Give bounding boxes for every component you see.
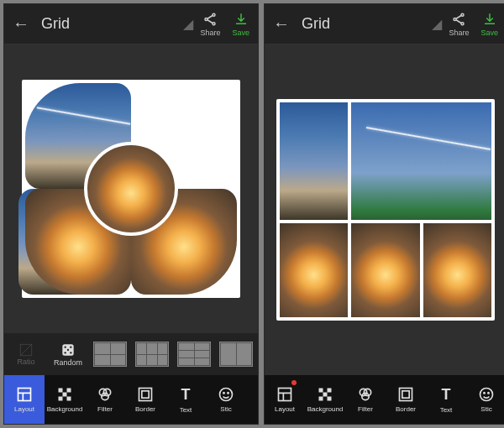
svg-point-39 — [484, 393, 485, 394]
svg-rect-31 — [319, 397, 323, 401]
signal-icon: ◢ — [183, 16, 193, 32]
grid-cell[interactable] — [280, 102, 348, 220]
page-title: Grid — [41, 15, 183, 33]
border-icon — [137, 386, 154, 403]
svg-rect-12 — [67, 389, 71, 393]
svg-point-18 — [102, 393, 108, 399]
svg-rect-37 — [402, 391, 409, 398]
svg-point-9 — [70, 352, 71, 353]
tool-layout[interactable]: Layout — [4, 375, 45, 424]
page-title: Grid — [302, 15, 432, 33]
screenshot-left: ← Grid ◢ Share Save — [3, 3, 259, 425]
layout-template-option[interactable] — [218, 337, 255, 371]
svg-rect-10 — [18, 389, 31, 401]
svg-point-23 — [228, 393, 228, 394]
tool-filter[interactable]: Filter — [345, 375, 386, 424]
collage-canvas[interactable] — [4, 44, 258, 333]
text-icon: T — [442, 386, 451, 404]
svg-point-21 — [220, 389, 233, 401]
svg-rect-11 — [59, 389, 63, 393]
svg-point-8 — [65, 352, 66, 353]
share-icon — [202, 12, 218, 27]
checker-icon — [56, 386, 73, 403]
app-bar: ← Grid ◢ Share Save — [4, 4, 258, 44]
svg-point-24 — [461, 13, 464, 16]
svg-point-0 — [213, 13, 215, 16]
svg-point-40 — [488, 393, 489, 394]
grid-cell[interactable] — [351, 223, 419, 317]
svg-rect-28 — [319, 389, 323, 393]
layout-template-option[interactable] — [176, 337, 213, 371]
random-option[interactable]: Random — [50, 337, 87, 371]
smiley-icon — [478, 386, 495, 403]
text-icon: T — [181, 386, 191, 404]
tool-background[interactable]: Background — [305, 375, 345, 424]
bottom-toolbar: Layout Background Filter Border T Text S… — [265, 375, 504, 424]
svg-point-2 — [213, 22, 215, 24]
layout-icon — [276, 386, 293, 403]
svg-point-35 — [362, 393, 369, 399]
svg-point-6 — [70, 347, 71, 348]
tool-sticker[interactable]: Stic — [206, 375, 246, 424]
tool-sticker[interactable]: Stic — [466, 375, 504, 424]
tool-background[interactable]: Background — [45, 375, 85, 424]
dice-icon — [60, 342, 76, 358]
tool-text[interactable]: T Text — [165, 375, 206, 424]
share-button[interactable]: Share — [200, 12, 220, 37]
ratio-icon — [18, 342, 34, 358]
bottom-toolbar: Layout Background Filter Border T Text S… — [4, 375, 258, 424]
collage-grid-layout — [276, 99, 495, 321]
svg-point-22 — [223, 393, 224, 394]
border-icon — [397, 386, 414, 403]
tool-border[interactable]: Border — [125, 375, 165, 424]
layout-template-option[interactable] — [134, 337, 171, 371]
svg-rect-27 — [279, 389, 291, 401]
grid-cell[interactable] — [351, 102, 491, 220]
svg-rect-30 — [323, 393, 328, 397]
svg-point-1 — [205, 18, 207, 20]
back-icon[interactable]: ← — [273, 14, 290, 34]
svg-point-7 — [67, 349, 69, 351]
svg-rect-19 — [139, 389, 152, 401]
share-button[interactable]: Share — [449, 12, 469, 37]
svg-point-38 — [480, 389, 493, 401]
back-icon[interactable]: ← — [13, 14, 29, 34]
layout-template-option[interactable] — [92, 337, 129, 371]
svg-rect-14 — [59, 397, 63, 401]
download-icon — [482, 12, 497, 27]
svg-point-5 — [65, 347, 66, 348]
grid-cell[interactable] — [423, 223, 491, 317]
smiley-icon — [218, 386, 234, 403]
tool-border[interactable]: Border — [386, 375, 426, 424]
layout-icon — [16, 386, 33, 403]
tool-layout[interactable]: Layout — [265, 375, 305, 424]
svg-rect-29 — [328, 389, 332, 393]
svg-rect-15 — [67, 397, 71, 401]
screenshot-right: ← Grid ◢ Share Save — [264, 3, 504, 425]
save-button[interactable]: Save — [480, 12, 498, 37]
save-button[interactable]: Save — [232, 12, 249, 37]
filter-icon — [97, 386, 113, 403]
collage-flower-layout — [22, 80, 240, 298]
grid-cell[interactable] — [280, 223, 348, 317]
svg-rect-20 — [142, 391, 149, 398]
tool-text[interactable]: T Text — [426, 375, 466, 424]
download-icon — [234, 12, 249, 27]
ratio-option[interactable]: Ratio — [8, 337, 45, 371]
tool-filter[interactable]: Filter — [85, 375, 125, 424]
notification-dot-icon — [291, 380, 297, 385]
grid-cell-center[interactable] — [84, 142, 178, 236]
svg-point-26 — [461, 22, 464, 24]
signal-icon: ◢ — [432, 16, 442, 32]
checker-icon — [317, 386, 333, 403]
svg-rect-13 — [63, 393, 67, 397]
share-icon — [451, 12, 466, 27]
svg-rect-36 — [400, 389, 412, 401]
collage-canvas[interactable] — [265, 44, 504, 375]
filter-icon — [357, 386, 374, 403]
svg-rect-32 — [328, 397, 332, 401]
layout-options-row: Ratio Random — [4, 333, 258, 375]
app-bar: ← Grid ◢ Share Save — [265, 4, 504, 44]
svg-point-25 — [454, 18, 456, 20]
